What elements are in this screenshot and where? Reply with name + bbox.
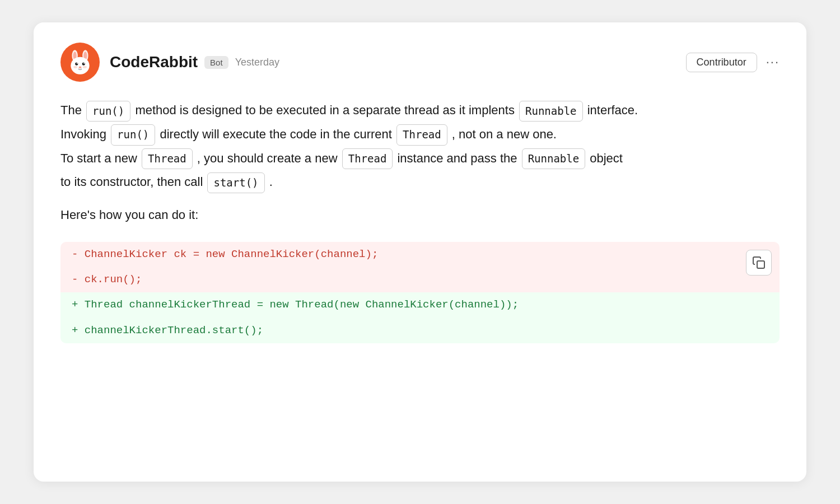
code-block: - ChannelKicker ck = new ChannelKicker(c… — [60, 242, 780, 343]
code-runnable-2: Runnable — [522, 148, 586, 169]
paragraph-2: Invoking run() directly will execute the… — [60, 124, 780, 146]
code-run-2: run() — [111, 124, 155, 145]
header-actions: Contributor ··· — [686, 53, 780, 72]
svg-point-6 — [82, 63, 85, 66]
text-to-start: To start a new — [60, 151, 137, 165]
message-header: CodeRabbit Bot Yesterday Contributor ··· — [60, 43, 780, 82]
message-timestamp: Yesterday — [235, 57, 279, 68]
code-thread-3: Thread — [342, 148, 393, 169]
code-added-1: + Thread channelKickerThread = new Threa… — [60, 292, 780, 318]
text-period: . — [269, 175, 273, 189]
svg-point-4 — [71, 57, 89, 74]
code-removed-2: - ck.run(); — [60, 267, 780, 292]
text-not-on: , not on a new one. — [452, 127, 557, 141]
message-content: The run() method is designed to be execu… — [60, 100, 780, 343]
paragraph-1: The run() method is designed to be execu… — [60, 100, 780, 122]
bot-badge: Bot — [204, 56, 228, 69]
copy-button[interactable] — [746, 250, 772, 276]
avatar — [60, 43, 100, 82]
text-invoking: Invoking — [60, 127, 106, 141]
code-thread-1: Thread — [396, 124, 447, 145]
paragraph-3: To start a new Thread , you should creat… — [60, 148, 780, 170]
text-to-constructor: to its constructor, then call — [60, 175, 203, 189]
copy-icon — [752, 256, 766, 269]
svg-point-7 — [77, 63, 78, 64]
text-you-should: , you should create a new — [197, 151, 338, 165]
avatar-icon — [66, 48, 95, 77]
svg-point-9 — [78, 67, 81, 69]
code-removed-1: - ChannelKicker ck = new ChannelKicker(c… — [60, 242, 780, 267]
text-method: method is designed to be executed in a s… — [135, 103, 515, 117]
code-added-2: + channelKickerThread.start(); — [60, 318, 780, 343]
text-instance: instance and pass the — [397, 151, 517, 165]
svg-point-8 — [83, 63, 85, 64]
svg-point-10 — [73, 66, 77, 68]
text-directly: directly will execute the code in the cu… — [160, 127, 392, 141]
code-thread-2: Thread — [142, 148, 193, 169]
more-options-button[interactable]: ··· — [766, 55, 780, 69]
svg-point-11 — [83, 66, 87, 68]
paragraph-5: Here's how you can do it: — [60, 204, 780, 226]
code-start: start() — [207, 172, 264, 193]
bot-name: CodeRabbit — [110, 53, 198, 71]
contributor-badge: Contributor — [686, 53, 757, 72]
code-run-1: run() — [86, 101, 130, 122]
svg-point-5 — [75, 63, 78, 66]
main-card: CodeRabbit Bot Yesterday Contributor ···… — [34, 22, 806, 482]
text-object: object — [590, 151, 623, 165]
svg-rect-12 — [757, 261, 764, 268]
text-interface: interface. — [587, 103, 638, 117]
text-the: The — [60, 103, 82, 117]
paragraph-4: to its constructor, then call start() . — [60, 171, 780, 193]
code-runnable-1: Runnable — [519, 101, 583, 122]
